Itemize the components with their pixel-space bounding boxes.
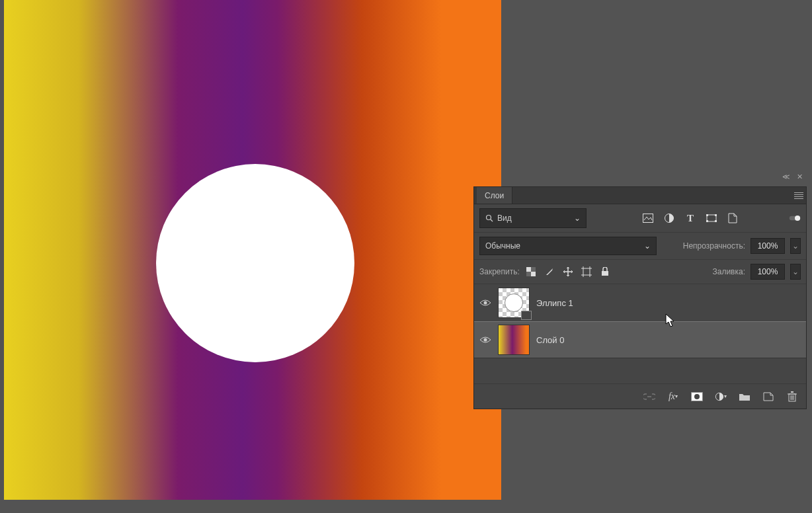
close-icon[interactable]: ✕ — [794, 171, 805, 182]
svg-rect-6 — [715, 214, 717, 216]
opacity-dropdown-caret[interactable]: ⌄ — [790, 238, 801, 254]
layer-thumbnail[interactable] — [498, 325, 530, 355]
collapse-icon[interactable]: ≪ — [781, 171, 792, 182]
filter-image-icon[interactable] — [642, 212, 654, 224]
svg-rect-4 — [707, 215, 716, 221]
filter-shape-icon[interactable] — [706, 212, 717, 224]
svg-rect-14 — [526, 272, 531, 276]
lock-position-icon[interactable] — [562, 266, 574, 278]
ellipse-shape[interactable] — [156, 164, 354, 362]
fill-input[interactable]: 100% — [751, 264, 785, 280]
svg-rect-11 — [526, 267, 531, 272]
blend-mode-value: Обычные — [485, 241, 520, 251]
layer-row[interactable]: Слой 0 — [474, 321, 806, 358]
filter-adjustment-icon[interactable] — [663, 212, 675, 224]
opacity-input[interactable]: 100% — [751, 238, 785, 254]
layer-thumbnail[interactable] — [498, 288, 530, 318]
link-layers-icon[interactable] — [643, 391, 655, 403]
svg-point-28 — [694, 394, 700, 399]
layer-name-label[interactable]: Эллипс 1 — [536, 298, 573, 308]
panel-tab-bar: Слои — [474, 187, 806, 204]
layer-name-label[interactable]: Слой 0 — [536, 335, 564, 345]
lock-transparency-icon[interactable] — [525, 266, 537, 278]
document-canvas[interactable] — [4, 0, 501, 500]
svg-rect-24 — [602, 271, 608, 276]
opacity-label: Непрозрачность: — [683, 241, 745, 251]
new-layer-icon[interactable] — [762, 391, 774, 403]
svg-point-10 — [795, 216, 800, 221]
chevron-down-icon: ⌄ — [574, 214, 581, 223]
filter-type-label: Вид — [497, 214, 512, 223]
layer-filter-dropdown[interactable]: Вид ⌄ — [479, 208, 587, 228]
lock-pixels-icon[interactable] — [544, 266, 555, 278]
fill-dropdown-caret[interactable]: ⌄ — [790, 264, 801, 280]
svg-rect-5 — [706, 214, 708, 216]
layer-mask-icon[interactable] — [691, 391, 703, 403]
blend-mode-dropdown[interactable]: Обычные ⌄ — [479, 237, 657, 255]
layers-bottom-toolbar: fx▾ ▾ — [474, 383, 806, 409]
shape-badge-icon — [521, 311, 532, 320]
svg-rect-15 — [583, 268, 590, 275]
svg-point-26 — [484, 338, 487, 342]
svg-point-0 — [487, 216, 491, 220]
svg-rect-12 — [531, 272, 536, 276]
lock-label: Закрепить: — [479, 267, 520, 276]
search-icon — [485, 214, 493, 222]
panel-menu-icon[interactable] — [792, 192, 806, 199]
filter-smartobject-icon[interactable] — [727, 212, 739, 224]
layer-effects-icon[interactable]: fx▾ — [667, 391, 679, 403]
new-group-icon[interactable] — [739, 391, 751, 403]
lock-artboard-icon[interactable] — [581, 266, 592, 278]
svg-point-25 — [484, 301, 487, 305]
svg-rect-13 — [531, 267, 536, 272]
svg-rect-7 — [706, 220, 708, 222]
layers-panel: ≪ ✕ Слои Вид ⌄ T — [473, 186, 807, 409]
delete-layer-icon[interactable] — [786, 391, 798, 403]
lock-all-icon[interactable] — [599, 266, 611, 278]
layer-row[interactable]: Эллипс 1 — [474, 284, 806, 321]
svg-line-1 — [491, 219, 493, 221]
filter-text-icon[interactable]: T — [684, 212, 696, 224]
fill-label: Заливка: — [712, 267, 745, 276]
layers-list: Эллипс 1 Слой 0 — [474, 284, 806, 358]
svg-rect-8 — [715, 220, 717, 222]
filter-toggle-switch[interactable] — [789, 212, 801, 224]
visibility-toggle-icon[interactable] — [479, 297, 491, 309]
visibility-toggle-icon[interactable] — [479, 334, 491, 346]
tab-layers[interactable]: Слои — [477, 187, 512, 204]
adjustment-layer-icon[interactable]: ▾ — [715, 391, 727, 403]
chevron-down-icon: ⌄ — [644, 241, 651, 251]
